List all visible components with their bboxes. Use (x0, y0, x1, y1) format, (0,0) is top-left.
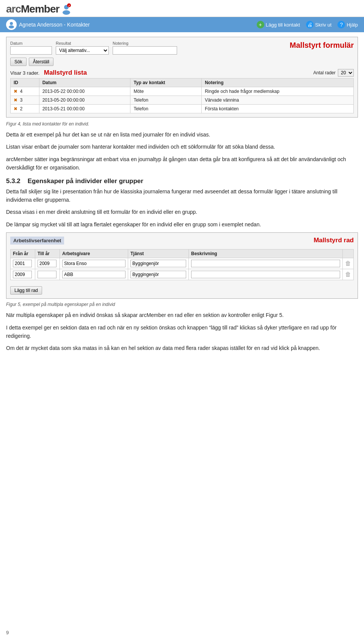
tjanst-input[interactable] (130, 260, 186, 267)
cell-arbetsgivare (60, 269, 128, 280)
cell-beskrivning (189, 269, 343, 280)
cell-notering: Första kontakten (202, 105, 354, 113)
table-header-row: ID Datum Typ av kontakt Notering (11, 78, 354, 87)
fran-input[interactable] (13, 271, 32, 278)
datum-field-group: Datum (10, 41, 52, 55)
visar-row: Visar 3 rader. Mallstyrd lista Antal rad… (10, 69, 354, 77)
svg-point-5 (9, 25, 14, 28)
top-nav-right: + Lägg till kontakt 🖨 Skriv ut ? Hjälp (257, 21, 358, 28)
col-typ: Typ av kontakt (130, 78, 202, 87)
add-contact-icon: + (257, 21, 264, 28)
table-row: ✖ 2 2013-05-21 00:00:00 Telefon Första k… (11, 105, 354, 113)
page-number: 9 (6, 630, 9, 635)
section-532-title: Egenskaper på individer eller grupper (28, 177, 143, 185)
hjalp-btn[interactable]: ? Hjälp (337, 21, 358, 28)
datum-input[interactable] (10, 46, 52, 55)
cell-fran (11, 269, 35, 280)
col-action (343, 249, 354, 258)
row-icon[interactable]: ✖ (14, 106, 17, 111)
cell-typ: Möte (130, 87, 202, 96)
resultat-field-group: Resultat Välj alternativ... (56, 41, 109, 55)
col-tjanst: Tjänst (128, 249, 189, 258)
table-row: 🗑 (11, 269, 354, 280)
para4: Detta fall skiljer sig lite i presentati… (6, 187, 358, 204)
col-id: ID (11, 78, 39, 87)
cell-id: ✖ 3 (11, 96, 39, 105)
screenshot-box-1: Datum Resultat Välj alternativ... Noteri… (6, 37, 358, 118)
cell-tjanst (128, 269, 189, 280)
cell-datum: 2013-05-22 00:00:00 (39, 87, 130, 96)
cell-beskrivning (189, 258, 343, 269)
ss2-header-area: Arbetslivserfarenhet Mallstyrd rad (10, 237, 354, 248)
cell-id: ✖ 4 (11, 87, 39, 96)
sok-button[interactable]: Sök (10, 58, 27, 66)
user-avatar-icon (6, 19, 17, 30)
header: arcMember ✓ (0, 0, 364, 17)
logo-arc: arc (6, 3, 21, 15)
figure4-caption: Figur 4, lista med kontakter för en indi… (6, 121, 358, 127)
col-notering: Notering (202, 78, 354, 87)
arbetsgivare-input[interactable] (62, 271, 126, 278)
lagg-till-rad-btn[interactable]: Lägg till rad (10, 286, 42, 295)
arbetsgivare-input[interactable] (62, 260, 126, 267)
cell-typ: Telefon (130, 96, 202, 105)
cell-till (35, 258, 60, 269)
col-fran: Från år (11, 249, 35, 258)
col-datum: Datum (39, 78, 130, 87)
ss2-section-header: Arbetslivserfarenhet (10, 237, 64, 245)
datum-label: Datum (10, 41, 52, 45)
btn-row: Sök Återställ (10, 58, 354, 66)
col-till: Till år (35, 249, 60, 258)
table-row: 🗑 (11, 258, 354, 269)
cell-datum: 2013-05-21 00:00:00 (39, 105, 130, 113)
row-icon[interactable]: ✖ (14, 89, 17, 94)
cell-datum: 2013-05-20 00:00:00 (39, 96, 130, 105)
antal-rader-group: Antal rader 20 (313, 69, 354, 77)
svg-point-4 (10, 22, 13, 25)
arbetslivserfarenhet-table: Från år Till år Arbetsgivare Tjänst Besk… (10, 249, 354, 280)
cell-id: ✖ 2 (11, 105, 39, 113)
tjanst-input[interactable] (130, 271, 186, 278)
beskrivning-input[interactable] (191, 271, 340, 278)
help-icon: ? (337, 21, 345, 28)
lagg-till-kontakt-btn[interactable]: + Lägg till kontakt (257, 21, 300, 28)
para1: Detta är ett exempel på hur det kan se u… (6, 130, 358, 139)
notering-label: Notering (113, 41, 177, 45)
col-beskrivning: Beskrivning (189, 249, 343, 258)
form-section: Datum Resultat Välj alternativ... Noteri… (10, 41, 354, 55)
visar-text-area: Visar 3 rader. Mallstyrd lista (10, 69, 87, 77)
svg-text:✓: ✓ (68, 4, 71, 8)
mallstyrt-formulär-label: Mallstyrt formulär (290, 41, 354, 50)
cell-delete[interactable]: 🗑 (343, 269, 354, 280)
antal-rader-select[interactable]: 20 (338, 69, 354, 77)
para5: Dessa visas i en mer direkt anslutning t… (6, 208, 358, 216)
cell-tjanst (128, 258, 189, 269)
para9: Om det är mycket data som ska matas in s… (6, 344, 358, 352)
col-arbetsgivare: Arbetsgivare (60, 249, 128, 258)
cell-typ: Telefon (130, 105, 202, 113)
row-icon[interactable]: ✖ (14, 97, 17, 103)
table-row: ✖ 3 2013-05-20 00:00:00 Telefon Värvade … (11, 96, 354, 105)
logo-person-icon: ✓ (61, 3, 72, 15)
beskrivning-input[interactable] (191, 260, 340, 267)
mallstyrd-rad-label: Mallstyrd rad (314, 237, 354, 244)
cell-notering: Ringde och hade frågor medlemskap (202, 87, 354, 96)
till-input[interactable] (38, 260, 56, 267)
fran-input[interactable] (13, 260, 32, 267)
main-content: Datum Resultat Välj alternativ... Noteri… (0, 32, 364, 361)
para8: I detta exempel ger en sektion data en r… (6, 323, 358, 340)
skriv-ut-btn[interactable]: 🖨 Skriv ut (306, 21, 331, 28)
cell-arbetsgivare (60, 258, 128, 269)
contacts-table: ID Datum Typ av kontakt Notering ✖ 4 201… (10, 78, 354, 113)
form-fields: Datum Resultat Välj alternativ... Noteri… (10, 41, 278, 55)
section-532-heading: 5.3.2 Egenskaper på individer eller grup… (6, 177, 358, 185)
notering-input[interactable] (113, 46, 177, 55)
figure5-caption: Figur 5, exempel på multipla egenskaper … (6, 302, 358, 307)
cell-delete[interactable]: 🗑 (343, 258, 354, 269)
resultat-select[interactable]: Välj alternativ... (56, 46, 109, 55)
till-input[interactable] (38, 271, 56, 278)
logo-member: Member (21, 3, 59, 15)
para6: De lämpar sig mycket väl till att lagra … (6, 220, 358, 229)
user-label: Agneta Andersson - Kontakter (19, 22, 90, 28)
aterstall-button[interactable]: Återställ (29, 58, 53, 66)
